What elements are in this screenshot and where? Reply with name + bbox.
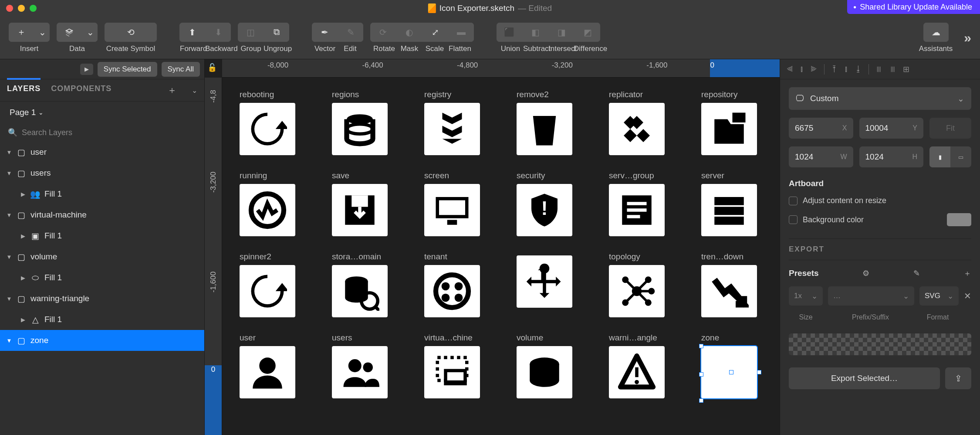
tidy-button[interactable]: ⊞ (903, 65, 909, 74)
canvas[interactable]: 🔓 -8,000 -6,400 -4,800 -3,200 -1,600 0 -… (205, 59, 780, 435)
artboard-zone[interactable]: zone (701, 333, 762, 398)
artboard-thumbnail[interactable] (424, 346, 480, 398)
artboard-spinner2[interactable]: spinner2 (240, 252, 301, 317)
layer-row-vm-fill1[interactable]: ▶▣Fill 1 (0, 225, 204, 246)
artboard-replicator[interactable]: replicator (609, 90, 670, 155)
layer-row-volume-fill1[interactable]: ▶⬭Fill 1 (0, 267, 204, 288)
artboard-save[interactable]: save (332, 171, 393, 236)
artboard-security[interactable]: security! (517, 171, 578, 236)
artboard-repository[interactable]: repository (701, 90, 762, 155)
artboard-thumbnail[interactable] (609, 346, 665, 398)
insert-button[interactable]: ＋ (9, 23, 34, 42)
data-button[interactable] (57, 23, 82, 42)
search-layers-input[interactable]: 🔍 Search Layers (0, 123, 204, 142)
export-knife-icon[interactable]: ✎ (913, 268, 920, 278)
flatten-button[interactable]: ▬ (449, 23, 474, 42)
artboard-thumbnail[interactable] (609, 103, 665, 155)
artboard-users[interactable]: users (332, 333, 393, 398)
width-field[interactable]: 1024W (789, 146, 853, 167)
artboard-thumbnail[interactable] (424, 184, 480, 236)
artboard-stora…omain[interactable]: stora…omain (332, 252, 393, 317)
layer-row-zone[interactable]: ▼▢zone (0, 330, 204, 351)
artboard-warni…angle[interactable]: warni…angle (609, 333, 670, 398)
export-size-field[interactable]: 1x⌄ (789, 286, 823, 306)
edit-button[interactable]: ✎ (338, 23, 363, 42)
page-selector[interactable]: Page 1⌄ (0, 102, 204, 123)
artboard-rebooting[interactable]: rebooting (240, 90, 301, 155)
lock-icon[interactable]: 🔓 (207, 63, 217, 72)
artboard-thumbnail[interactable] (609, 265, 665, 317)
export-settings-icon[interactable]: ⚙ (862, 268, 869, 278)
artboard-registry[interactable]: registry (424, 90, 485, 155)
artboard-thumbnail[interactable] (332, 184, 388, 236)
share-button[interactable]: ⇪ (945, 367, 971, 389)
tab-components[interactable]: COMPONENTS (51, 84, 112, 97)
artboard-remove2[interactable]: remove2 (517, 90, 578, 155)
artboard-thumbnail[interactable] (332, 265, 388, 317)
artboard-virtua…chine[interactable]: virtua…chine (424, 333, 485, 398)
artboard-server[interactable]: server (701, 171, 762, 236)
sync-all-button[interactable]: Sync All (162, 62, 200, 77)
layer-row-users-fill1[interactable]: ▶👥Fill 1 (0, 184, 204, 204)
align-right-button[interactable]: ⫸ (810, 65, 818, 74)
difference-button[interactable]: ◩ (575, 23, 600, 42)
intersect-button[interactable]: ◨ (549, 23, 574, 42)
close-window-button[interactable] (6, 5, 13, 12)
export-prefix-field[interactable]: …⌄ (828, 286, 914, 306)
artboard-serv…group[interactable]: serv…group (609, 171, 670, 236)
artboard-thumbnail[interactable] (240, 184, 295, 236)
artboard-thumbnail[interactable] (701, 103, 757, 155)
fit-button[interactable]: Fit (929, 118, 971, 139)
artboard-thumbnail[interactable]: ! (517, 184, 572, 236)
artboard-thumbnail[interactable] (240, 265, 295, 317)
align-top-button[interactable]: ⭱ (831, 65, 838, 74)
artboard-pin[interactable] (517, 252, 578, 317)
backward-button[interactable]: ⬇ (206, 23, 231, 42)
export-format-field[interactable]: SVG⌄ (919, 286, 959, 306)
preview-play-button[interactable]: ▶ (80, 64, 93, 75)
layer-row-warning-fill1[interactable]: ▶△Fill 1 (0, 309, 204, 330)
page-list-toggle[interactable]: ⌄ (192, 86, 197, 95)
insert-menu-button[interactable]: ⌄ (35, 23, 50, 42)
scale-button[interactable]: ⤢ (422, 23, 448, 42)
artboard-thumbnail[interactable] (240, 103, 295, 155)
align-hcenter-button[interactable]: ⫿ (800, 65, 804, 74)
artboard-topology[interactable]: topology (609, 252, 670, 317)
orientation-landscape-button[interactable]: ▭ (950, 146, 971, 167)
artboard-regions[interactable]: regions (332, 90, 393, 155)
artboard-thumbnail[interactable] (517, 103, 572, 155)
artboard-user[interactable]: user (240, 333, 301, 398)
artboard-thumbnail[interactable] (701, 265, 757, 317)
minimize-window-button[interactable] (18, 5, 25, 12)
sync-selected-button[interactable]: Sync Selected (98, 62, 157, 77)
distribute-v-button[interactable]: ⫼ (889, 65, 897, 74)
layer-row-users[interactable]: ▼▢users (0, 163, 204, 184)
artboard-thumbnail[interactable] (701, 184, 757, 236)
layer-row-user[interactable]: ▼▢user (0, 142, 204, 163)
rotate-button[interactable]: ⟳ (370, 23, 395, 42)
y-field[interactable]: 10004Y (859, 118, 924, 139)
artboard-volume[interactable]: volume (517, 333, 578, 398)
add-export-preset-button[interactable]: ＋ (963, 268, 971, 279)
assistants-button[interactable]: ☁ (923, 23, 949, 42)
background-color-swatch[interactable] (947, 213, 971, 226)
artboard-running[interactable]: running (240, 171, 301, 236)
artboard-tenant[interactable]: tenant (424, 252, 485, 317)
ungroup-button[interactable]: ⧉ (264, 23, 289, 42)
tab-layers[interactable]: LAYERS (7, 84, 41, 97)
artboard-thumbnail[interactable] (424, 265, 480, 317)
artboard-thumbnail[interactable] (240, 346, 295, 398)
artboard-thumbnail[interactable] (609, 184, 665, 236)
union-button[interactable]: ⬛ (497, 23, 522, 42)
artboard-screen[interactable]: screen (424, 171, 485, 236)
add-page-button[interactable]: ＋ (167, 84, 177, 97)
artboard-thumbnail[interactable] (517, 346, 572, 398)
vertical-ruler[interactable]: -4,8 -3,200 -1,600 0 (205, 78, 222, 435)
adjust-content-checkbox[interactable]: Adjust content on resize (789, 196, 971, 205)
artboard-thumbnail[interactable] (424, 103, 480, 155)
artboard-tren…down[interactable]: tren…down (701, 252, 762, 317)
toolbar-overflow-button[interactable]: » (964, 31, 971, 45)
data-menu-button[interactable]: ⌄ (83, 23, 98, 42)
align-bottom-button[interactable]: ⭳ (855, 65, 862, 74)
x-field[interactable]: 6675X (789, 118, 853, 139)
